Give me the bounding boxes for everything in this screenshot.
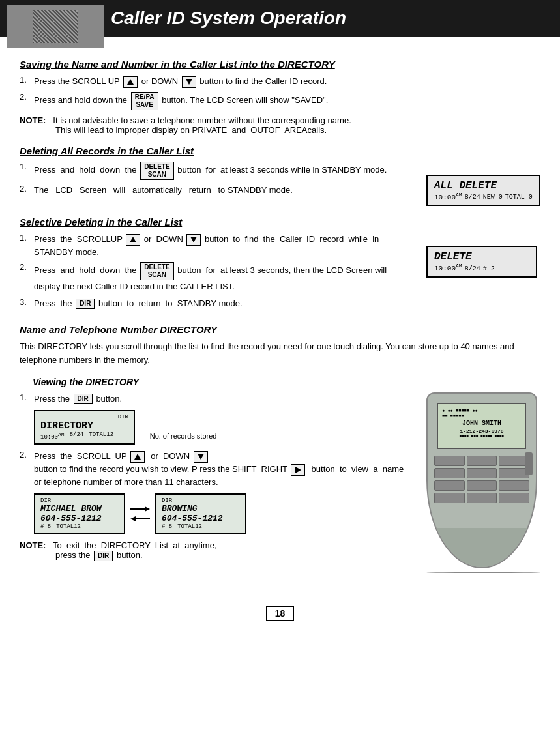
phone-display-name: JOHN SMITH — [441, 418, 523, 428]
delete-all-item-1: 1. Press and hold down the DELETESCAN bu… — [20, 162, 413, 180]
phone-area: ● ●● ■■■■■ ●● ■■ ■■■■■ JOHN SMITH 1-212-… — [426, 392, 540, 573]
right-screen-label: DIR — [162, 497, 240, 504]
phone-key-4 — [434, 468, 465, 478]
delete-scan-btn-2[interactable]: DELETESCAN — [140, 262, 173, 280]
phone-key-1 — [434, 456, 465, 466]
left-screen-name: MICHAEL BROW — [40, 504, 119, 514]
triangle-up-icon — [127, 79, 134, 85]
deleting-right: ALL DELETE 10:00AM 8/24 NEW 0 TOTAL 0 — [426, 175, 540, 207]
screens-row: DIR MICHAEL BROW 604-555-1212 # 8 TOTAL1… — [34, 493, 413, 534]
phone-key-9 — [499, 480, 529, 491]
scroll-down-btn-3[interactable] — [194, 451, 208, 463]
dir-btn-2[interactable]: DIR — [74, 394, 93, 404]
selective-item-3: 3. Press the DIR button to return to STA… — [20, 297, 413, 310]
right-screen-number: 604-555-1212 — [162, 514, 240, 523]
logo — [7, 5, 104, 48]
page-number-box: 18 — [266, 606, 295, 621]
saving-item-1: 1. Press the SCROLL UP or DOWN button to… — [20, 75, 540, 88]
page-title: Caller ID System Operation — [111, 8, 346, 29]
selective-title: Selective Deleting in the Caller List — [20, 216, 540, 227]
directory-section: Name and Telephone Number DIRECTORY This… — [20, 324, 540, 573]
scroll-up-btn-2[interactable] — [126, 234, 140, 246]
dir-btn-3[interactable]: DIR — [94, 551, 113, 561]
arrow-right-svg — [130, 505, 150, 513]
viewing-title: Viewing the DIRECTORY — [20, 377, 540, 387]
phone-key-8 — [467, 480, 497, 491]
page-number-area: 18 — [0, 606, 560, 621]
selective-item-2: 2. Press and hold down the DELETESCAN bu… — [20, 262, 413, 293]
viewing-left: 1. Press the DIR button. DIR DIRECTORY 1… — [20, 392, 413, 573]
saving-note: NOTE: It is not advisable to save a tele… — [20, 115, 540, 135]
selective-item-1: 1. Press the SCROLLUP or DOWN button to … — [20, 233, 413, 258]
delete-scan-btn-1[interactable]: DELETESCAN — [140, 162, 173, 180]
right-screen-name: BROWING — [162, 504, 240, 514]
directory-screen-area: DIR DIRECTORY 10:00AM 8/24 TOTAL12 — No.… — [34, 410, 413, 445]
triangle-up-icon-3 — [134, 454, 141, 460]
scroll-up-btn-1[interactable] — [123, 76, 138, 88]
selective-right: DELETE 10:00AM 8/24 # 2 — [426, 246, 540, 278]
viewing-layout: 1. Press the DIR button. DIR DIRECTORY 1… — [20, 392, 540, 573]
dir-screen-label: DIR — [40, 414, 128, 420]
lcd-delete-title: DELETE — [434, 251, 529, 263]
directory-lcd: DIR DIRECTORY 10:00AM 8/24 TOTAL12 — [34, 410, 135, 445]
phone-key-5 — [467, 468, 497, 478]
deleting-left: 1. Press and hold down the DELETESCAN bu… — [20, 162, 413, 201]
saving-item-2: 2. Press and hold down the RE/PASAVE but… — [20, 92, 540, 110]
lcd-all-delete-row: 10:00AM 8/24 NEW 0 TOTAL 0 — [434, 192, 533, 201]
triangle-right-icon — [295, 467, 301, 473]
phone-key-7 — [434, 480, 465, 491]
scroll-down-btn-2[interactable] — [186, 234, 201, 246]
phone-key-star — [434, 493, 465, 503]
triangle-up-icon-2 — [130, 237, 136, 242]
saving-section: Saving the Name and Number in the Caller… — [20, 59, 540, 135]
selective-left: 1. Press the SCROLLUP or DOWN button to … — [20, 233, 413, 314]
records-note: — No. of records stored — [141, 432, 217, 440]
triangle-down-icon-3 — [198, 454, 204, 460]
dir-screen-name: DIRECTORY — [40, 420, 128, 431]
deleting-title: Deleting All Records in the Caller List — [20, 145, 540, 156]
saving-title: Saving the Name and Number in the Caller… — [20, 59, 540, 70]
svg-marker-1 — [145, 506, 150, 512]
phone-bottom — [428, 528, 536, 567]
logo-image — [33, 10, 78, 43]
phone-key-0 — [467, 493, 497, 503]
delete-lcd: DELETE 10:00AM 8/24 # 2 — [426, 246, 537, 278]
right-screen: DIR BROWING 604-555-1212 # 8 TOTAL12 — [155, 493, 246, 534]
phone-keypad — [434, 456, 529, 503]
delete-all-item-2: 2. The LCD Screen will automatically ret… — [20, 184, 413, 197]
left-screen-label: DIR — [40, 497, 119, 504]
main-content: Saving the Name and Number in the Caller… — [0, 37, 560, 586]
right-screen-bottom: # 8 TOTAL12 — [162, 523, 240, 530]
left-screen-number: 604-555-1212 — [40, 514, 119, 523]
arrow-left-svg — [130, 515, 150, 523]
phone-key-hash — [499, 493, 529, 503]
shift-right-btn[interactable] — [291, 464, 305, 476]
page-header: Caller ID System Operation — [0, 0, 560, 37]
phone-curve — [426, 572, 540, 573]
double-arrow-icon — [130, 505, 150, 523]
selective-deleting-section: Selective Deleting in the Caller List 1.… — [20, 216, 540, 314]
dir-btn-1[interactable]: DIR — [76, 299, 95, 309]
phone-image: ● ●● ■■■■■ ●● ■■ ■■■■■ JOHN SMITH 1-212-… — [426, 392, 537, 568]
phone-screen-text: ● ●● ■■■■■ ●● ■■ ■■■■■ JOHN SMITH 1-212-… — [438, 404, 525, 441]
triangle-down-icon-2 — [190, 237, 197, 242]
directory-body: This DIRECTORY lets you scroll through t… — [20, 340, 540, 368]
directory-note: NOTE: To exit the DIRECTORY List at anyt… — [20, 540, 413, 561]
left-screen-bottom: # 8 TOTAL12 — [40, 523, 119, 530]
deleting-layout: 1. Press and hold down the DELETESCAN bu… — [20, 162, 540, 207]
phone-screen: ● ●● ■■■■■ ●● ■■ ■■■■■ JOHN SMITH 1-212-… — [437, 403, 526, 449]
phone-side-button — [525, 452, 533, 475]
viewing-item-1: 1. Press the DIR button. — [20, 392, 413, 405]
dir-screen-bottom: 10:00AM 8/24 TOTAL12 — [40, 431, 128, 441]
svg-marker-3 — [130, 516, 136, 521]
deleting-section: Deleting All Records in the Caller List … — [20, 145, 540, 207]
left-screen: DIR MICHAEL BROW 604-555-1212 # 8 TOTAL1… — [34, 493, 125, 534]
scroll-down-btn-1[interactable] — [182, 76, 196, 88]
lcd-delete-row: 10:00AM 8/24 # 2 — [434, 263, 529, 272]
resave-btn[interactable]: RE/PASAVE — [131, 92, 158, 110]
selective-layout: 1. Press the SCROLLUP or DOWN button to … — [20, 233, 540, 314]
lcd-all-delete-title: ALL DELETE — [434, 180, 533, 192]
triangle-down-icon — [186, 79, 192, 85]
viewing-item-2: 2. Press the SCROLL UP or DOWN button to… — [20, 450, 413, 488]
scroll-up-btn-3[interactable] — [130, 451, 145, 463]
